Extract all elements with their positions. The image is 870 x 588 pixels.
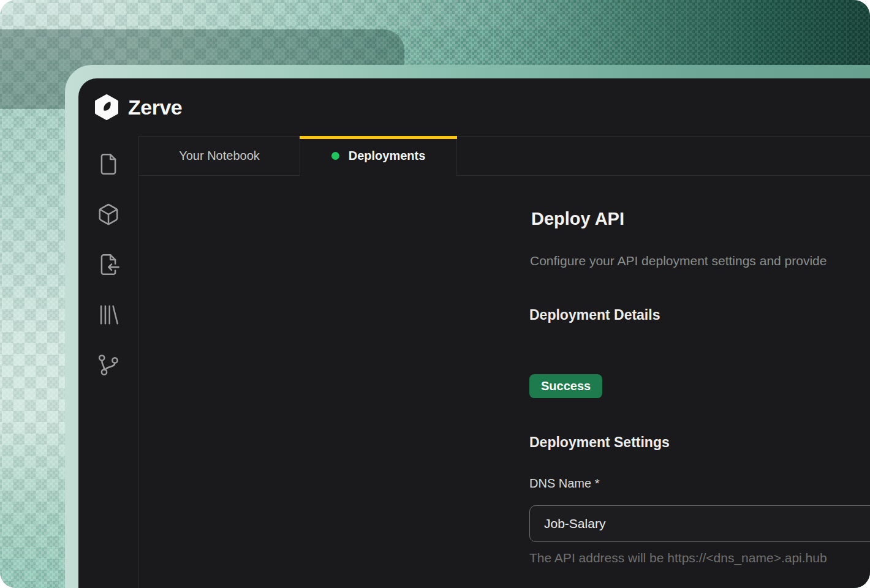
main-column: Your Notebook Deployments Deploy API Con… bbox=[139, 136, 870, 588]
tab-your-notebook-label: Your Notebook bbox=[179, 149, 260, 163]
zerve-logo-icon bbox=[94, 94, 119, 121]
tab-your-notebook[interactable]: Your Notebook bbox=[139, 137, 300, 175]
dns-name-input[interactable] bbox=[529, 505, 870, 542]
icon-sidebar bbox=[78, 136, 139, 588]
file-icon[interactable] bbox=[97, 153, 120, 176]
app-window: Zerve bbox=[78, 78, 870, 588]
deploy-panel: Deploy API Configure your API deployment… bbox=[139, 176, 870, 588]
status-dot bbox=[331, 152, 339, 160]
deployment-details-heading: Deployment Details bbox=[529, 307, 660, 323]
marketing-backdrop: Zerve bbox=[0, 0, 870, 588]
app-header: Zerve bbox=[78, 78, 870, 136]
dns-name-label: DNS Name * bbox=[529, 477, 599, 491]
brand-wordmark: Zerve bbox=[128, 96, 182, 119]
status-badge: Success bbox=[529, 374, 602, 398]
file-import-icon[interactable] bbox=[97, 253, 120, 276]
box-icon[interactable] bbox=[97, 203, 120, 226]
page-subtitle: Configure your API deployment settings a… bbox=[530, 254, 826, 268]
deployment-settings-heading: Deployment Settings bbox=[529, 434, 670, 451]
dns-help-text: The API address will be https://<dns_nam… bbox=[529, 551, 827, 565]
git-branch-icon[interactable] bbox=[97, 353, 120, 377]
tab-deployments-label: Deployments bbox=[349, 149, 426, 163]
app-body: Your Notebook Deployments Deploy API Con… bbox=[78, 136, 870, 588]
tab-deployments[interactable]: Deployments bbox=[300, 137, 457, 175]
library-icon[interactable] bbox=[97, 303, 120, 326]
tab-bar: Your Notebook Deployments bbox=[139, 136, 870, 176]
page-title: Deploy API bbox=[531, 209, 624, 229]
